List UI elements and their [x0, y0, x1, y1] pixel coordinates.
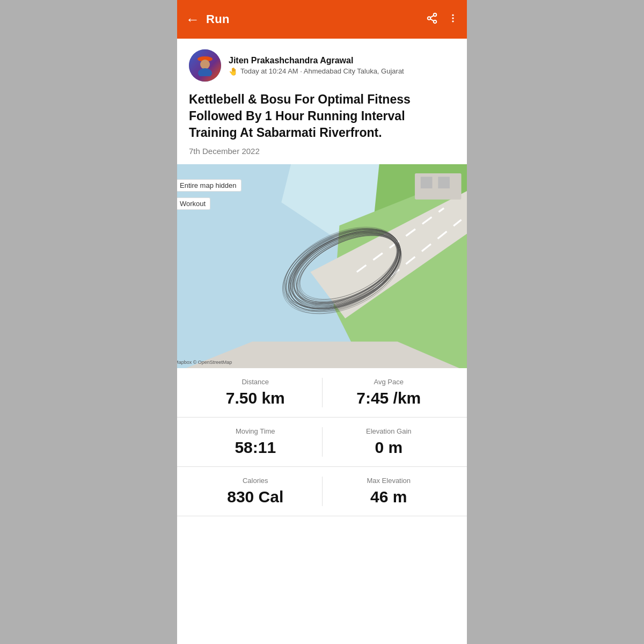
avatar-image: [189, 49, 221, 82]
stats-row-1: Distance 7.50 km Avg Pace 7:45 /km: [177, 368, 467, 418]
stat-elevation-gain-value: 0 m: [323, 438, 456, 457]
stats-row-3: Calories 830 Cal Max Elevation 46 m: [177, 467, 467, 516]
header-right: [426, 12, 458, 27]
map-attribution: © Mapbox © OpenStreetMap: [177, 360, 232, 365]
workout-date: 7th December 2022: [189, 147, 455, 156]
share-icon[interactable]: [426, 12, 438, 27]
stat-max-elevation: Max Elevation 46 m: [323, 477, 456, 506]
stats-container: Distance 7.50 km Avg Pace 7:45 /km Movin…: [177, 368, 467, 516]
map-tag-hidden: Entire map hidden: [177, 179, 241, 192]
svg-line-4: [430, 15, 434, 17]
svg-rect-22: [438, 177, 450, 189]
svg-point-5: [452, 14, 453, 16]
stat-calories-label: Calories: [189, 477, 322, 485]
header: ← Run: [177, 0, 467, 39]
content: Jiten Prakashchandra Agrawal 🤚 Today at …: [177, 39, 467, 156]
avatar: [189, 49, 221, 82]
map-svg: [177, 164, 467, 368]
stat-avg-pace: Avg Pace 7:45 /km: [323, 378, 456, 407]
user-meta: 🤚 Today at 10:24 AM · Ahmedabad City Tal…: [229, 67, 455, 76]
more-icon[interactable]: [448, 13, 458, 26]
svg-line-3: [430, 19, 434, 21]
user-name: Jiten Prakashchandra Agrawal: [229, 56, 455, 65]
stat-max-elevation-label: Max Elevation: [323, 477, 456, 485]
header-left: ← Run: [186, 11, 230, 28]
header-title: Run: [206, 12, 230, 26]
location-icon: 🤚: [229, 67, 238, 76]
stat-distance-label: Distance: [189, 378, 322, 386]
stat-elevation-gain-label: Elevation Gain: [323, 427, 456, 435]
user-info: Jiten Prakashchandra Agrawal 🤚 Today at …: [229, 56, 455, 76]
stat-distance: Distance 7.50 km: [189, 378, 323, 407]
back-button[interactable]: ←: [186, 11, 200, 28]
svg-point-10: [200, 60, 210, 69]
stat-max-elevation-value: 46 m: [323, 488, 456, 506]
stat-calories: Calories 830 Cal: [189, 477, 323, 506]
map-tag-workout: Workout: [177, 197, 210, 210]
stat-moving-time-value: 58:11: [189, 438, 322, 457]
user-meta-text: Today at 10:24 AM · Ahmedabad City Taluk…: [240, 67, 404, 75]
stat-moving-time: Moving Time 58:11: [189, 427, 323, 457]
user-row: Jiten Prakashchandra Agrawal 🤚 Today at …: [189, 49, 455, 82]
svg-rect-21: [421, 177, 433, 189]
svg-point-11: [198, 68, 212, 76]
stat-distance-value: 7.50 km: [189, 389, 322, 407]
workout-title: Kettlebell & Bosu For Optimal Fitness Fo…: [189, 91, 455, 141]
stat-avg-pace-label: Avg Pace: [323, 378, 456, 386]
stat-moving-time-label: Moving Time: [189, 427, 322, 435]
map-container: Entire map hidden Workout © Mapbox © Ope…: [177, 164, 467, 368]
svg-point-7: [452, 20, 453, 22]
phone-container: ← Run: [177, 0, 467, 644]
stat-elevation-gain: Elevation Gain 0 m: [323, 427, 456, 457]
stat-avg-pace-value: 7:45 /km: [323, 389, 456, 407]
svg-point-6: [452, 17, 453, 19]
stats-row-2: Moving Time 58:11 Elevation Gain 0 m: [177, 418, 467, 467]
stat-calories-value: 830 Cal: [189, 488, 322, 506]
